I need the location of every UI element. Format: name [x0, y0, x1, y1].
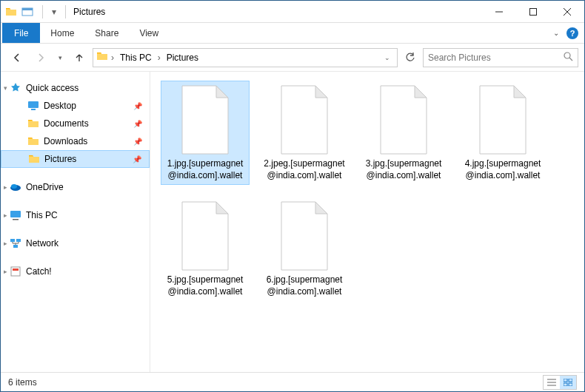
pin-icon: 📌	[133, 138, 142, 146]
status-bar: 6 items	[1, 372, 584, 391]
minimize-button[interactable]	[482, 1, 516, 23]
body: ▾ Quick access Desktop📌Documents📌Downloa…	[1, 72, 584, 372]
sidebar-item-documents[interactable]: Documents📌	[1, 115, 150, 132]
separator	[65, 5, 66, 18]
caret-right-icon[interactable]: ▸	[4, 183, 7, 191]
address-bar[interactable]: › This PC › Pictures ⌄	[93, 48, 398, 67]
file-name: 2.jpeg.[supermagnet@india.com].wallet	[264, 158, 345, 181]
file-pane[interactable]: 1.jpg.[supermagnet@india.com].wallet2.jp…	[150, 72, 584, 372]
quick-access-toolbar: ▾	[38, 5, 70, 18]
sidebar-item-label: This PC	[26, 210, 58, 220]
caret-right-icon[interactable]: ▸	[4, 268, 7, 275]
chevron-right-icon[interactable]: ›	[110, 53, 116, 63]
qat-dropdown-icon[interactable]: ▾	[49, 7, 59, 17]
separator	[42, 5, 43, 18]
svg-point-11	[11, 184, 17, 189]
svg-point-6	[564, 53, 570, 58]
file-name: 6.jpg.[supermagnet@india.com].wallet	[264, 274, 345, 297]
up-button[interactable]	[69, 47, 90, 68]
sidebar-item-label: Quick access	[26, 83, 78, 93]
sidebar-item-pictures[interactable]: Pictures📌	[1, 150, 150, 168]
tab-share[interactable]: Share	[84, 23, 129, 43]
sidebar-item-label: Network	[26, 238, 58, 249]
star-icon	[10, 82, 21, 94]
svg-rect-13	[13, 219, 19, 220]
pin-icon: 📌	[133, 120, 142, 128]
svg-rect-3	[530, 8, 537, 15]
sidebar-item-thispc[interactable]: ▸This PC	[1, 206, 150, 224]
breadcrumb-pictures[interactable]: Pictures	[164, 53, 201, 63]
explorer-window: ▾ Pictures File Home Share View ⌄ ? ▾ › …	[0, 0, 585, 392]
file-icon	[474, 84, 532, 155]
file-name: 4.jpg.[supermagnet@india.com].wallet	[462, 158, 544, 181]
help-icon[interactable]: ?	[566, 27, 578, 39]
sidebar-item-catch[interactable]: ▸Catch!	[1, 263, 150, 280]
file-item[interactable]: 1.jpg.[supermagnet@india.com].wallet	[161, 81, 250, 185]
onedrive-icon	[10, 181, 21, 193]
file-icon	[176, 84, 234, 155]
address-dropdown-icon[interactable]: ⌄	[379, 50, 395, 66]
refresh-button[interactable]	[401, 48, 420, 67]
tab-view[interactable]: View	[129, 23, 169, 43]
quick-access-group: ▾ Quick access Desktop📌Documents📌Downloa…	[1, 79, 150, 168]
search-icon[interactable]	[564, 52, 573, 64]
caret-down-icon[interactable]: ▾	[4, 84, 7, 92]
ribbon: File Home Share View ⌄ ?	[1, 23, 584, 44]
nav-bar: ▾ › This PC › Pictures ⌄	[1, 44, 584, 72]
sidebar-item-desktop[interactable]: Desktop📌	[1, 97, 150, 115]
catch-icon	[10, 266, 21, 277]
close-button[interactable]	[550, 1, 584, 23]
icons-view-button[interactable]	[560, 376, 576, 389]
file-grid: 1.jpg.[supermagnet@india.com].wallet2.jp…	[161, 81, 578, 301]
svg-rect-22	[564, 379, 567, 382]
file-item[interactable]: 3.jpg.[supermagnet@india.com].wallet	[359, 81, 448, 185]
sidebar-quick-access[interactable]: ▾ Quick access	[1, 79, 150, 97]
svg-rect-23	[569, 379, 572, 382]
sidebar-item-label: Downloads	[44, 136, 87, 146]
folder-icon	[27, 118, 39, 129]
file-item[interactable]: 5.jpg.[supermagnet@india.com].wallet	[161, 197, 250, 301]
maximize-button[interactable]	[516, 1, 550, 23]
pin-icon: 📌	[133, 155, 141, 163]
caret-right-icon[interactable]: ▸	[4, 212, 7, 219]
details-view-button[interactable]	[544, 376, 560, 389]
view-toggle	[543, 375, 577, 390]
file-name: 5.jpg.[supermagnet@india.com].wallet	[164, 274, 246, 297]
svg-line-7	[569, 58, 572, 61]
svg-rect-16	[13, 245, 18, 248]
file-item[interactable]: 6.jpg.[supermagnet@india.com].wallet	[260, 197, 349, 301]
file-icon	[176, 200, 234, 271]
search-input[interactable]	[428, 53, 564, 63]
breadcrumb-thispc[interactable]: This PC	[117, 53, 155, 63]
file-icon	[375, 84, 432, 155]
sidebar-item-downloads[interactable]: Downloads📌	[1, 132, 150, 150]
folder-icon	[5, 6, 17, 18]
caret-right-icon[interactable]: ▸	[4, 240, 7, 247]
search-box[interactable]	[423, 48, 578, 67]
svg-rect-15	[16, 239, 21, 242]
recent-dropdown-icon[interactable]: ▾	[54, 47, 66, 68]
item-count: 6 items	[8, 377, 37, 388]
explorer-app-icon	[21, 6, 33, 18]
file-item[interactable]: 2.jpeg.[supermagnet@india.com].wallet	[260, 81, 349, 185]
sidebar-item-label: Desktop	[44, 101, 76, 111]
forward-button[interactable]	[30, 47, 51, 68]
title-bar: ▾ Pictures	[1, 1, 584, 23]
sidebar-item-onedrive[interactable]: ▸OneDrive	[1, 178, 150, 196]
nav-pane: ▾ Quick access Desktop📌Documents📌Downloa…	[1, 72, 150, 372]
svg-rect-1	[22, 8, 33, 10]
window-title: Pictures	[73, 7, 105, 17]
sidebar-item-network[interactable]: ▸Network	[1, 234, 150, 252]
chevron-right-icon[interactable]: ›	[156, 53, 162, 63]
ribbon-expand-icon[interactable]: ⌄	[553, 29, 559, 37]
back-button[interactable]	[7, 47, 27, 68]
svg-rect-8	[28, 101, 39, 108]
pin-icon: 📌	[133, 102, 142, 110]
sidebar-item-label: Pictures	[44, 154, 76, 164]
svg-rect-24	[564, 383, 567, 386]
file-icon	[275, 84, 333, 155]
sidebar-item-label: OneDrive	[26, 182, 64, 192]
tab-home[interactable]: Home	[40, 23, 84, 43]
file-tab[interactable]: File	[2, 23, 40, 43]
file-item[interactable]: 4.jpg.[supermagnet@india.com].wallet	[458, 81, 547, 185]
